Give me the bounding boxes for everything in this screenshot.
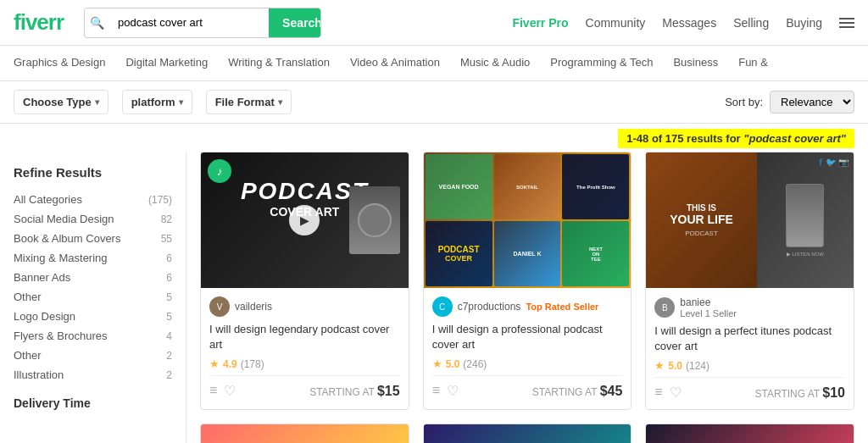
nav-messages[interactable]: Messages <box>662 16 716 30</box>
sidebar-item-all-categories[interactable]: All Categories (175) <box>14 190 172 209</box>
card-title-3: I will design a perfect itunes podcast c… <box>654 324 845 354</box>
search-icon: 🔍 <box>85 16 109 30</box>
product-card-1: ♪ ▶ PODCAST COVER ART V vailderis I <box>200 152 409 410</box>
sort-select[interactable]: Relevance <box>770 91 854 114</box>
product-card-2: VEGAN FOOD SOKTAIL The Profit Show PODCA… <box>423 152 632 410</box>
sidebar-item-social-media[interactable]: Social Media Design 82 <box>14 209 172 229</box>
rating-2: ★ 5.0 (246) <box>432 357 623 370</box>
star-icon: ★ <box>432 357 442 370</box>
sidebar-item-other-1[interactable]: Other 5 <box>14 287 172 307</box>
seller-info-2: C c7productions Top Rated Seller <box>432 296 623 317</box>
nav-buying[interactable]: Buying <box>786 16 822 30</box>
results-info: 1-48 of 175 results for "podcast cover a… <box>0 124 868 152</box>
seller-info-1: V vailderis <box>209 296 400 317</box>
cat-writing-translation[interactable]: Writing & Translation <box>218 46 340 80</box>
delivery-time-section: Delivery Time <box>14 396 172 410</box>
rating-3: ★ 5.0 (124) <box>654 359 845 372</box>
card-footer-3: ≡ ♡ STARTING AT $10 <box>654 377 845 401</box>
heart-icon[interactable]: ♡ <box>670 385 682 401</box>
sidebar-item-other-2[interactable]: Other 2 <box>14 346 172 365</box>
sidebar-item-banner-ads[interactable]: Banner Ads 6 <box>14 268 172 287</box>
star-icon: ★ <box>654 359 665 372</box>
header: fiverr 🔍 Search Fiverr Pro Community Mes… <box>0 0 868 46</box>
heart-icon[interactable]: ♡ <box>224 383 236 399</box>
avatar-2: C <box>432 296 453 317</box>
card-actions-1: ≡ ♡ <box>209 383 236 399</box>
query-text: "podcast cover art" <box>743 132 846 145</box>
cat-fun[interactable]: Fun & <box>728 46 778 80</box>
card-footer-1: ≡ ♡ STARTING AT $15 <box>209 375 400 399</box>
bottom-card-1: PODCAST COVER <box>200 424 409 443</box>
price-info-2: STARTING AT $45 <box>532 384 623 399</box>
cat-business[interactable]: Business <box>663 46 728 80</box>
filter-bar: Choose Type ▾ platform ▾ File Format ▾ S… <box>0 81 868 124</box>
bar-chart-icon[interactable] <box>839 18 854 28</box>
nav-fiverr-pro[interactable]: Fiverr Pro <box>512 16 568 30</box>
chevron-down-icon: ▾ <box>95 97 99 107</box>
sidebar-item-book-album[interactable]: Book & Album Covers 55 <box>14 229 172 248</box>
search-bar: 🔍 Search <box>84 8 321 38</box>
category-nav: Graphics & Design Digital Marketing Writ… <box>0 46 868 81</box>
list-icon[interactable]: ≡ <box>432 383 440 399</box>
nav-community[interactable]: Community <box>586 16 646 30</box>
product-area: ♪ ▶ PODCAST COVER ART V vailderis I <box>186 152 868 443</box>
price-info-3: STARTING AT $10 <box>755 385 846 401</box>
sidebar-item-flyers-brochures[interactable]: Flyers & Brochures 4 <box>14 326 172 346</box>
card-footer-2: ≡ ♡ STARTING AT $45 <box>432 375 623 399</box>
sidebar-item-logo-design[interactable]: Logo Design 5 <box>14 307 172 326</box>
bottom-card-2: Ole Ali PODCAST <box>423 424 632 443</box>
sort-label: Sort by: <box>725 96 763 108</box>
search-input[interactable] <box>109 16 269 29</box>
list-icon[interactable]: ≡ <box>654 385 662 401</box>
cat-music-audio[interactable]: Music & Audio <box>450 46 540 80</box>
cat-programming-tech[interactable]: Programming & Tech <box>540 46 663 80</box>
product-grid: ♪ ▶ PODCAST COVER ART V vailderis I <box>200 152 854 410</box>
product-card-3: THIS IS YOUR LIFE PODCAST ▶ LISTEN NOW <box>645 152 854 410</box>
main-layout: Refine Results All Categories (175) Soci… <box>0 152 868 443</box>
music-icon: ♪ <box>208 159 231 183</box>
search-button[interactable]: Search <box>269 8 321 37</box>
top-rated-badge: Top Rated Seller <box>526 302 598 312</box>
avatar-3: B <box>654 297 675 318</box>
cat-graphics-design[interactable]: Graphics & Design <box>14 46 115 80</box>
choose-type-filter[interactable]: Choose Type ▾ <box>14 90 108 114</box>
heart-icon[interactable]: ♡ <box>447 383 459 399</box>
sidebar-item-mixing-mastering[interactable]: Mixing & Mastering 6 <box>14 248 172 268</box>
chevron-down-icon: ▾ <box>179 97 183 107</box>
card-body-2: C c7productions Top Rated Seller I will … <box>424 288 632 407</box>
cat-video-animation[interactable]: Video & Animation <box>340 46 450 80</box>
rating-1: ★ 4.9 (178) <box>209 357 400 370</box>
card-image-2: VEGAN FOOD SOKTAIL The Profit Show PODCA… <box>424 152 632 288</box>
platform-filter[interactable]: platform ▾ <box>122 90 192 114</box>
logo: fiverr <box>14 9 64 36</box>
avatar-1: V <box>209 296 230 317</box>
seller-name-1: vailderis <box>235 301 272 313</box>
level-badge: Level 1 Seller <box>680 308 737 318</box>
file-format-filter[interactable]: File Format ▾ <box>206 90 292 114</box>
bottom-row: PODCAST COVER Ole Ali PODCAST PAVLOV'S C… <box>200 424 854 443</box>
card-actions-2: ≡ ♡ <box>432 383 459 399</box>
play-button[interactable]: ▶ <box>289 205 320 235</box>
sidebar-item-illustration[interactable]: Illustration 2 <box>14 365 172 385</box>
card-body-3: B baniee Level 1 Seller I will design a … <box>646 288 854 409</box>
card-title-2: I will design a professional podcast cov… <box>432 322 623 352</box>
results-badge: 1-48 of 175 results for "podcast cover a… <box>618 129 854 148</box>
card-image-3: THIS IS YOUR LIFE PODCAST ▶ LISTEN NOW <box>646 152 854 288</box>
chevron-down-icon: ▾ <box>278 97 282 107</box>
card-actions-3: ≡ ♡ <box>654 385 681 401</box>
card-body-1: V vailderis I will design legendary podc… <box>201 288 409 407</box>
sort-section: Sort by: Relevance <box>725 91 854 114</box>
price-info-1: STARTING AT $15 <box>309 384 400 399</box>
sidebar: Refine Results All Categories (175) Soci… <box>0 152 186 443</box>
sidebar-title: Refine Results <box>14 165 172 180</box>
cat-digital-marketing[interactable]: Digital Marketing <box>115 46 218 80</box>
seller-info-3: B baniee Level 1 Seller <box>654 296 845 318</box>
seller-name-3: baniee <box>680 296 737 308</box>
nav-selling[interactable]: Selling <box>733 16 769 30</box>
header-nav: Fiverr Pro Community Messages Selling Bu… <box>512 16 854 30</box>
card-title-1: I will design legendary podcast cover ar… <box>209 322 400 352</box>
list-icon[interactable]: ≡ <box>209 383 217 399</box>
seller-name-2: c7productions <box>458 301 521 313</box>
card-image-1: ♪ ▶ PODCAST COVER ART <box>201 152 409 288</box>
bottom-card-3: PAVLOV'S CONE PODCAST <box>645 424 854 443</box>
